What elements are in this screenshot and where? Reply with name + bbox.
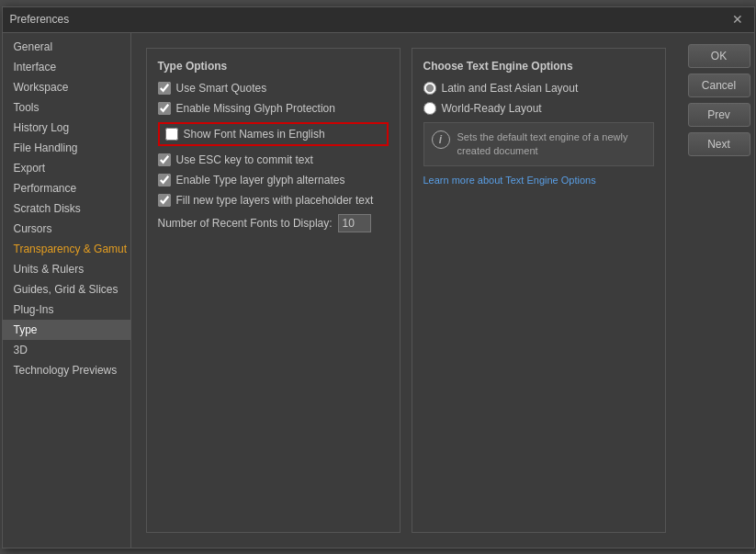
dialog-title: Preferences xyxy=(10,13,70,26)
smart-quotes-checkbox[interactable] xyxy=(158,82,171,95)
placeholder-text-row: Fill new type layers with placeholder te… xyxy=(158,194,389,207)
sidebar-item-guides-grid-slices[interactable]: Guides, Grid & Slices xyxy=(3,279,130,300)
esc-key-checkbox[interactable] xyxy=(158,153,171,166)
world-ready-row: World-Ready Layout xyxy=(423,102,654,115)
type-layer-glyph-label: Enable Type layer glyph alternates xyxy=(176,174,345,187)
missing-glyph-label: Enable Missing Glyph Protection xyxy=(176,102,335,115)
sidebar: General Interface Workspace Tools Histor… xyxy=(3,33,131,548)
sidebar-item-3d[interactable]: 3D xyxy=(3,340,130,360)
world-ready-radio[interactable] xyxy=(423,102,436,115)
type-options-panel: Type Options Use Smart Quotes Enable Mis… xyxy=(146,48,401,533)
learn-more-link[interactable]: Learn more about Text Engine Options xyxy=(423,175,596,186)
recent-fonts-input[interactable] xyxy=(338,214,371,232)
type-layer-glyph-checkbox[interactable] xyxy=(158,174,171,187)
text-engine-panel: Choose Text Engine Options Latin and Eas… xyxy=(412,48,666,533)
sidebar-item-history-log[interactable]: History Log xyxy=(3,118,130,138)
placeholder-text-checkbox[interactable] xyxy=(158,194,171,207)
latin-east-asian-label: Latin and East Asian Layout xyxy=(442,82,579,95)
title-bar: Preferences ✕ xyxy=(3,7,754,33)
close-button[interactable]: ✕ xyxy=(728,10,747,28)
sidebar-item-interface[interactable]: Interface xyxy=(3,57,130,77)
sidebar-item-plug-ins[interactable]: Plug-Ins xyxy=(3,300,130,320)
dialog-body: General Interface Workspace Tools Histor… xyxy=(3,33,754,548)
smart-quotes-row: Use Smart Quotes xyxy=(158,82,389,95)
sidebar-item-file-handling[interactable]: File Handling xyxy=(3,138,130,158)
sidebar-item-technology-previews[interactable]: Technology Previews xyxy=(3,360,130,380)
text-engine-title: Choose Text Engine Options xyxy=(423,60,654,73)
type-layer-glyph-row: Enable Type layer glyph alternates xyxy=(158,174,389,187)
world-ready-label: World-Ready Layout xyxy=(442,102,542,115)
show-font-names-checkbox[interactable] xyxy=(165,128,178,141)
esc-key-label: Use ESC key to commit text xyxy=(176,153,313,166)
smart-quotes-label: Use Smart Quotes xyxy=(176,82,267,95)
info-text: Sets the default text engine of a newly … xyxy=(457,130,646,159)
latin-east-asian-radio[interactable] xyxy=(423,82,436,95)
sidebar-item-type[interactable]: Type xyxy=(3,320,130,340)
show-font-names-label: Show Font Names in English xyxy=(184,128,325,141)
content-panels: Type Options Use Smart Quotes Enable Mis… xyxy=(146,48,666,533)
sidebar-item-workspace[interactable]: Workspace xyxy=(3,77,130,97)
sidebar-item-transparency-gamut[interactable]: Transparency & Gamut xyxy=(3,239,130,259)
cancel-button[interactable]: Cancel xyxy=(688,73,750,97)
latin-east-asian-row: Latin and East Asian Layout xyxy=(423,82,654,95)
esc-key-row: Use ESC key to commit text xyxy=(158,153,389,166)
type-options-title: Type Options xyxy=(158,60,389,73)
ok-button[interactable]: OK xyxy=(688,44,750,68)
missing-glyph-checkbox[interactable] xyxy=(158,102,171,115)
missing-glyph-row: Enable Missing Glyph Protection xyxy=(158,102,389,115)
sidebar-item-cursors[interactable]: Cursors xyxy=(3,219,130,239)
sidebar-item-general[interactable]: General xyxy=(3,37,130,57)
next-button[interactable]: Next xyxy=(688,132,750,156)
sidebar-item-export[interactable]: Export xyxy=(3,158,130,178)
buttons-panel: OK Cancel Prev Next xyxy=(681,33,754,548)
recent-fonts-row: Number of Recent Fonts to Display: xyxy=(158,214,389,232)
info-icon: i xyxy=(432,130,450,149)
placeholder-text-label: Fill new type layers with placeholder te… xyxy=(176,194,374,207)
main-content: Type Options Use Smart Quotes Enable Mis… xyxy=(131,33,681,548)
preferences-dialog: Preferences ✕ General Interface Workspac… xyxy=(2,6,755,548)
info-box: i Sets the default text engine of a newl… xyxy=(423,122,654,167)
prev-button[interactable]: Prev xyxy=(688,103,750,127)
show-font-names-row: Show Font Names in English xyxy=(158,122,389,146)
recent-fonts-label: Number of Recent Fonts to Display: xyxy=(158,217,333,230)
sidebar-item-tools[interactable]: Tools xyxy=(3,97,130,118)
sidebar-item-performance[interactable]: Performance xyxy=(3,178,130,198)
sidebar-item-scratch-disks[interactable]: Scratch Disks xyxy=(3,198,130,219)
sidebar-item-units-rulers[interactable]: Units & Rulers xyxy=(3,259,130,279)
